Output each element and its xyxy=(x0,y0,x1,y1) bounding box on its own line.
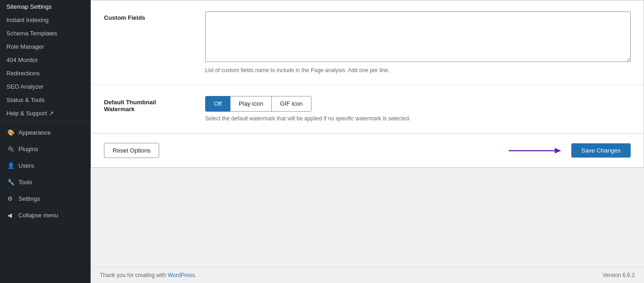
sidebar-item-seo-analyzer[interactable]: SEO Analyzer xyxy=(0,80,91,93)
watermark-gif-button[interactable]: GIF icon xyxy=(271,96,311,112)
wordpress-link[interactable]: WordPress xyxy=(167,272,195,278)
sidebar-item-plugins[interactable]: 🔌 Plugins xyxy=(0,141,91,157)
svg-marker-7 xyxy=(555,148,561,153)
thumbnail-watermark-section: Default ThumbnailWatermark Off Play icon… xyxy=(91,85,644,133)
reset-options-button[interactable]: Reset Options xyxy=(104,143,159,158)
svg-text:🔧: 🔧 xyxy=(7,179,15,186)
actions-bar: Reset Options Save Changes xyxy=(91,133,644,167)
sidebar-item-tools[interactable]: 🔧 Tools xyxy=(0,174,91,190)
custom-fields-description: List of custom fields name to include in… xyxy=(205,67,631,74)
svg-text:🔌: 🔌 xyxy=(7,146,15,153)
sidebar-item-redirections[interactable]: Redirections xyxy=(0,67,91,80)
settings-icon: ⚙ xyxy=(6,194,15,203)
sidebar-item-settings[interactable]: ⚙ Settings xyxy=(0,190,91,207)
plugins-label: Plugins xyxy=(18,146,38,153)
sidebar-item-role-manager[interactable]: Role Manager xyxy=(0,40,91,53)
content-panel: Custom Fields List of custom fields name… xyxy=(91,0,644,168)
footer: Thank you for creating with WordPress. V… xyxy=(91,267,644,283)
save-wrapper: Save Changes xyxy=(509,143,631,158)
custom-fields-section: Custom Fields List of custom fields name… xyxy=(91,0,644,85)
plugin-icon: 🔌 xyxy=(6,145,15,153)
sidebar-item-instant-indexing[interactable]: Instant Indexing xyxy=(0,13,91,27)
sidebar-item-status-tools[interactable]: Status & Tools xyxy=(0,93,91,107)
sidebar-item-schema-templates[interactable]: Schema Templates xyxy=(0,27,91,40)
watermark-button-group: Off Play icon GIF icon xyxy=(205,96,631,112)
watermark-play-button[interactable]: Play icon xyxy=(230,96,272,112)
sidebar-item-404-monitor[interactable]: 404 Monitor xyxy=(0,53,91,67)
sidebar-item-sitemap-settings[interactable]: Sitemap Settings xyxy=(0,0,91,13)
user-icon: 👤 xyxy=(6,161,15,170)
thumbnail-watermark-description: Select the default watermark that will b… xyxy=(205,115,631,122)
svg-text:◀: ◀ xyxy=(7,212,12,219)
footer-version: Version 6.6.2 xyxy=(603,272,635,278)
footer-period: . xyxy=(195,272,196,278)
svg-text:👤: 👤 xyxy=(7,162,15,170)
sidebar-divider xyxy=(0,122,91,122)
save-changes-button[interactable]: Save Changes xyxy=(571,143,631,158)
thumbnail-watermark-control: Off Play icon GIF icon Select the defaul… xyxy=(205,96,631,122)
arrow-icon xyxy=(509,145,564,156)
sidebar-item-appearance[interactable]: 🎨 Appearance xyxy=(0,124,91,141)
footer-text: Thank you for creating with WordPress. xyxy=(100,272,196,278)
settings-label: Settings xyxy=(18,195,40,202)
watermark-off-button[interactable]: Off xyxy=(205,96,230,112)
svg-text:🎨: 🎨 xyxy=(7,129,15,136)
sidebar-item-users[interactable]: 👤 Users xyxy=(0,157,91,174)
content-area: Custom Fields List of custom fields name… xyxy=(91,0,644,267)
main-content: Custom Fields List of custom fields name… xyxy=(91,0,644,267)
custom-fields-row: Custom Fields List of custom fields name… xyxy=(104,11,631,74)
thumbnail-watermark-row: Default ThumbnailWatermark Off Play icon… xyxy=(104,96,631,122)
custom-fields-label: Custom Fields xyxy=(104,11,196,21)
custom-fields-textarea[interactable] xyxy=(205,11,631,62)
collapse-icon: ◀ xyxy=(6,211,15,219)
users-label: Users xyxy=(18,162,34,169)
sidebar-item-collapse[interactable]: ◀ Collapse menu xyxy=(0,207,91,223)
svg-text:⚙: ⚙ xyxy=(7,196,13,202)
paint-icon: 🎨 xyxy=(6,128,15,136)
footer-thank-you: Thank you for creating with xyxy=(100,272,167,278)
collapse-label: Collapse menu xyxy=(18,212,58,219)
thumbnail-watermark-label: Default ThumbnailWatermark xyxy=(104,96,196,113)
custom-fields-control: List of custom fields name to include in… xyxy=(205,11,631,74)
sidebar: Sitemap Settings Instant Indexing Schema… xyxy=(0,0,91,283)
wrench-icon: 🔧 xyxy=(6,178,15,186)
sidebar-item-help-support[interactable]: Help & Support ↗ xyxy=(0,107,91,120)
appearance-label: Appearance xyxy=(18,129,51,136)
tools-label: Tools xyxy=(18,179,32,186)
